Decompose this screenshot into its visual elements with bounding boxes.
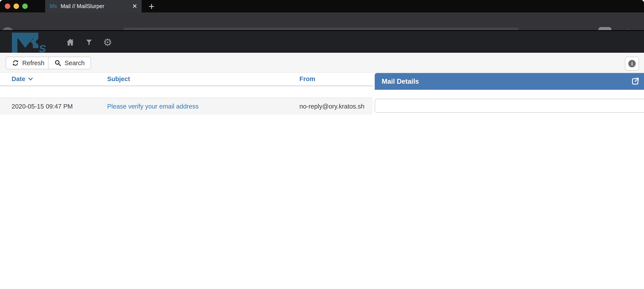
about-button[interactable]: i: [625, 57, 639, 71]
search-button[interactable]: Search: [48, 57, 91, 69]
browser-tab-bar: Ms Mail // MailSlurper ✕ +: [0, 0, 644, 12]
search-icon: [54, 59, 61, 66]
column-header-date[interactable]: Date: [12, 75, 107, 83]
search-label: Search: [64, 59, 85, 67]
close-window-button[interactable]: [5, 3, 10, 9]
mailslurper-logo: s: [6, 32, 56, 53]
mail-subject-link[interactable]: Please verify your email address: [107, 103, 198, 110]
home-icon: [66, 38, 75, 47]
logo-s: s: [39, 40, 46, 53]
nav-home-button[interactable]: [66, 37, 75, 47]
browser-tab[interactable]: Ms Mail // MailSlurper ✕: [45, 0, 142, 12]
mail-details-header: Mail Details: [375, 73, 644, 90]
close-tab-icon[interactable]: ✕: [132, 3, 137, 9]
nav-settings-button[interactable]: ⚙: [103, 37, 112, 47]
browser-toolbar: 127.0.0.1:4436 ••• uO: [0, 12, 644, 30]
mail-details-body: [375, 99, 644, 113]
mail-details-title: Mail Details: [382, 78, 419, 85]
mail-table-header-row: Date Subject From: [0, 73, 373, 86]
app-toolbar: Refresh Search i: [0, 53, 644, 73]
nav-filter-button[interactable]: [84, 37, 94, 47]
column-header-from[interactable]: From: [300, 75, 373, 83]
new-tab-button[interactable]: +: [145, 0, 158, 12]
traffic-lights: [5, 3, 28, 9]
mail-subject-cell: Please verify your email address: [107, 103, 300, 110]
refresh-icon: [12, 59, 19, 66]
open-in-new-window-button[interactable]: [630, 76, 640, 86]
maximize-window-button[interactable]: [22, 3, 28, 9]
gear-icon: ⚙: [103, 37, 112, 47]
mail-details-panel: Mail Details: [375, 73, 644, 113]
mail-table-row: 2020-05-15 09:47 PM Please verify your e…: [0, 98, 373, 115]
external-link-icon: [630, 76, 640, 86]
mail-list-table: Date Subject From 2020-05-15 09:47 PM Pl…: [0, 73, 373, 115]
column-header-subject[interactable]: Subject: [107, 75, 300, 83]
sort-desc-chevron-icon: [28, 77, 33, 81]
empty-table-row: [0, 86, 373, 98]
refresh-button[interactable]: Refresh: [6, 57, 51, 69]
minimize-window-button[interactable]: [14, 3, 19, 9]
mail-date-cell: 2020-05-15 09:47 PM: [12, 103, 107, 110]
mailslurper-navbar: s ⚙: [0, 30, 644, 53]
mailslurper-favicon-icon: Ms: [50, 3, 57, 9]
tab-title: Mail // MailSlurper: [61, 3, 129, 9]
info-icon: i: [628, 60, 636, 67]
filter-icon: [85, 38, 93, 46]
refresh-label: Refresh: [22, 59, 44, 67]
mail-from-cell: no-reply@ory.kratos.sh: [300, 103, 373, 110]
